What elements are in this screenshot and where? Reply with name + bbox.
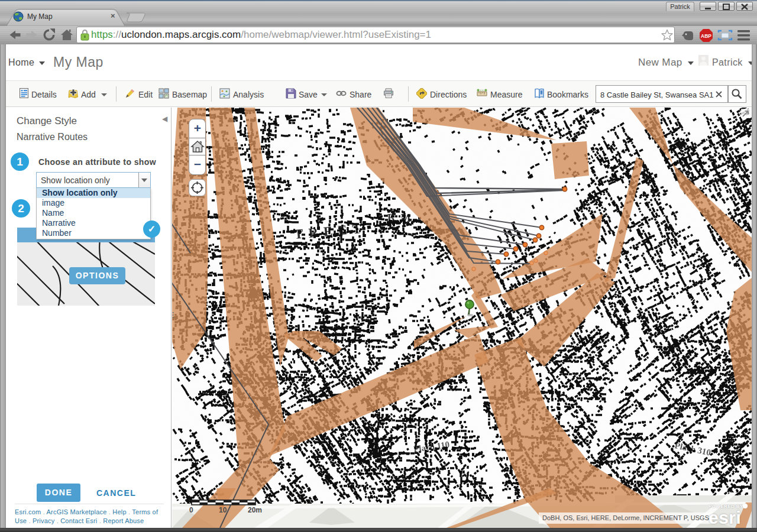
svg-text:20m: 20m	[248, 506, 262, 514]
svg-text:0: 0	[189, 506, 193, 514]
svg-text:esri: esri	[709, 508, 741, 527]
svg-text:B.M.: B.M.	[387, 212, 417, 224]
svg-text:ABP: ABP	[701, 33, 711, 39]
svg-text:10: 10	[219, 506, 227, 514]
